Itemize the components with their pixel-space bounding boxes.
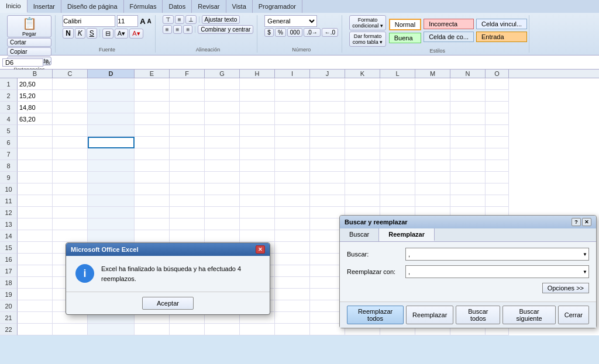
cell-j9[interactable] (310, 172, 345, 183)
cell-d9[interactable] (88, 172, 135, 183)
cell-o1[interactable] (486, 78, 509, 90)
tab-programador[interactable]: Programador (253, 0, 302, 13)
cell-l11[interactable] (380, 195, 415, 207)
cell-l5[interactable] (380, 125, 415, 137)
cell-b16[interactable] (18, 254, 53, 265)
merge-center-button[interactable]: Combinar y centrar (198, 25, 253, 34)
cell-j8[interactable] (310, 160, 345, 172)
number-format-select[interactable]: General (264, 15, 317, 27)
cell-b9[interactable] (18, 172, 53, 183)
cell-c4[interactable] (53, 113, 88, 125)
comma-button[interactable]: 000 (287, 28, 303, 37)
style-incorrecta[interactable]: Incorrecta (424, 19, 474, 29)
cell-f6[interactable] (170, 137, 205, 148)
cell-b14[interactable] (18, 230, 53, 242)
cell-m1[interactable] (415, 78, 450, 90)
cell-g9[interactable] (205, 172, 240, 183)
cell-b13[interactable] (18, 219, 53, 230)
cell-c10[interactable] (53, 183, 88, 195)
cell-l1[interactable] (380, 78, 415, 90)
border-button[interactable]: ⊟ (102, 29, 113, 39)
cell-i16[interactable] (275, 254, 310, 265)
cell-g4[interactable] (205, 113, 240, 125)
cell-c8[interactable] (53, 160, 88, 172)
cell-i4[interactable] (275, 113, 310, 125)
cell-f12[interactable] (170, 207, 205, 219)
cell-o8[interactable] (486, 160, 509, 172)
cell-j10[interactable] (310, 183, 345, 195)
close-find-replace-button[interactable]: ✕ (582, 218, 591, 226)
paste-button[interactable]: 📋 Pegar (7, 15, 51, 37)
cell-e7[interactable] (135, 148, 170, 160)
cell-i7[interactable] (275, 148, 310, 160)
style-entrada[interactable]: Entrada (476, 32, 527, 42)
cell-h22[interactable] (240, 324, 275, 335)
opciones-button[interactable]: Opciones >> (542, 283, 589, 293)
cell-e2[interactable] (135, 90, 170, 102)
cell-h8[interactable] (240, 160, 275, 172)
cell-i11[interactable] (275, 195, 310, 207)
cell-g7[interactable] (205, 148, 240, 160)
currency-button[interactable]: $ (264, 28, 274, 37)
cell-i13[interactable] (275, 219, 310, 230)
cell-e3[interactable] (135, 102, 170, 113)
cell-o4[interactable] (486, 113, 509, 125)
cell-j6[interactable] (310, 137, 345, 148)
bold-button[interactable]: N (63, 28, 74, 39)
cell-c11[interactable] (53, 195, 88, 207)
cell-k5[interactable] (345, 125, 380, 137)
cell-i18[interactable] (275, 277, 310, 289)
cell-i20[interactable] (275, 300, 310, 312)
cell-k6[interactable] (345, 137, 380, 148)
cell-b20[interactable] (18, 300, 53, 312)
cell-h2[interactable] (240, 90, 275, 102)
align-bottom-button[interactable]: ⊥ (185, 15, 197, 24)
underline-button[interactable]: S (87, 28, 97, 39)
cell-f4[interactable] (170, 113, 205, 125)
cell-o7[interactable] (486, 148, 509, 160)
cell-i1[interactable] (275, 78, 310, 90)
cell-e10[interactable] (135, 183, 170, 195)
cell-i22[interactable] (275, 324, 310, 335)
cell-n1[interactable] (450, 78, 486, 90)
cell-m5[interactable] (415, 125, 450, 137)
cell-d13[interactable] (88, 219, 135, 230)
tab-vista[interactable]: Vista (226, 0, 253, 13)
cell-o6[interactable] (486, 137, 509, 148)
cell-i2[interactable] (275, 90, 310, 102)
cell-n8[interactable] (450, 160, 486, 172)
cell-h4[interactable] (240, 113, 275, 125)
cerrar-button[interactable]: Cerrar (558, 306, 589, 324)
align-left-button[interactable]: ≡ (163, 25, 172, 34)
cell-i3[interactable] (275, 102, 310, 113)
cell-l9[interactable] (380, 172, 415, 183)
style-buena[interactable]: Buena (389, 33, 421, 43)
cell-n7[interactable] (450, 148, 486, 160)
wrap-text-button[interactable]: Ajustar texto (202, 15, 240, 24)
cell-h1[interactable] (240, 78, 275, 90)
cell-i8[interactable] (275, 160, 310, 172)
fill-color-button[interactable]: A▾ (115, 29, 128, 39)
cell-f5[interactable] (170, 125, 205, 137)
cell-h13[interactable] (240, 219, 275, 230)
cell-b6[interactable] (18, 137, 53, 148)
cell-i17[interactable] (275, 265, 310, 277)
cell-b22[interactable] (18, 324, 53, 335)
cell-h7[interactable] (240, 148, 275, 160)
cell-d14[interactable] (88, 230, 135, 242)
cell-g11[interactable] (205, 195, 240, 207)
cell-d22[interactable] (88, 324, 135, 335)
cell-l4[interactable] (380, 113, 415, 125)
tab-buscar[interactable]: Buscar (340, 228, 379, 241)
cell-d6[interactable] (88, 137, 135, 148)
cell-d8[interactable] (88, 160, 135, 172)
cell-j7[interactable] (310, 148, 345, 160)
reemplazar-input[interactable]: , ▼ (405, 265, 589, 278)
tab-datos[interactable]: Datos (163, 0, 192, 13)
reemplazar-button[interactable]: Reemplazar (406, 306, 453, 324)
cell-h12[interactable] (240, 207, 275, 219)
cell-d7[interactable] (88, 148, 135, 160)
cell-n10[interactable] (450, 183, 486, 195)
cell-e11[interactable] (135, 195, 170, 207)
cell-g10[interactable] (205, 183, 240, 195)
